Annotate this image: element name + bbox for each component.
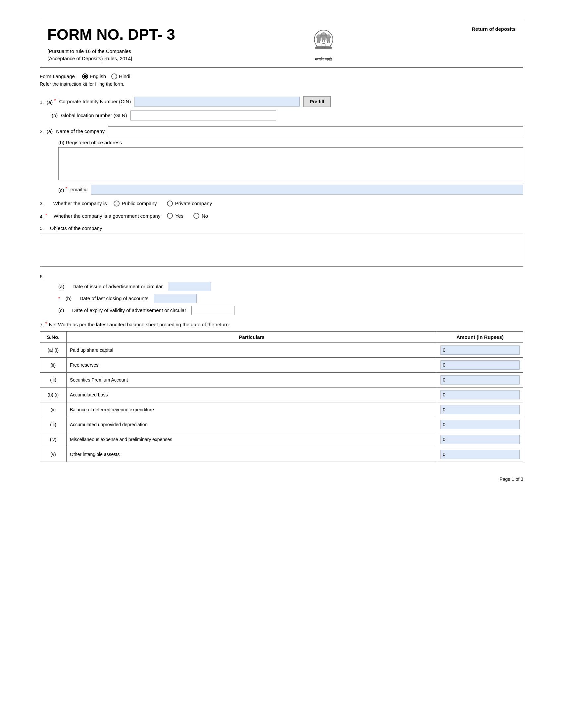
q4-num: 4. * — [40, 212, 47, 219]
q6a-row: (a) Date of issue of advertisement or ci… — [40, 282, 523, 291]
q4-label: Whether the company is a government comp… — [54, 213, 161, 219]
table-cell-particulars: Miscellaneous expense and preliminary ex… — [67, 432, 437, 447]
table-header-row: S.No. Particulars Amount (in Rupees) — [40, 331, 523, 342]
q6b-required-star: * — [58, 296, 60, 301]
form-language-row: Form Language English Hindi — [40, 73, 523, 79]
company-name-row: 2. (a) Name of the company — [40, 126, 523, 136]
svg-point-4 — [322, 32, 325, 35]
email-input[interactable] — [91, 185, 523, 195]
public-company-radio[interactable] — [114, 201, 119, 206]
q6c-row: (c) Date of expiry of validity of advert… — [40, 306, 523, 315]
q7-label: Net Worth as per the latest audited bala… — [49, 322, 230, 327]
table-cell-sno: (ii) — [40, 402, 67, 417]
gln-input[interactable] — [130, 111, 276, 120]
objects-input[interactable] — [40, 234, 523, 267]
page-footer: Page 1 of 3 — [499, 477, 523, 482]
yes-radio[interactable] — [167, 213, 173, 219]
q6b-date-input[interactable] — [154, 294, 197, 303]
table-row: (iii)Securities Premium Account — [40, 372, 523, 387]
question-7: 7. * Net Worth as per the latest audited… — [40, 321, 523, 462]
amount-input-2[interactable] — [441, 375, 520, 385]
amount-input-1[interactable] — [441, 360, 520, 370]
english-label: English — [90, 73, 106, 79]
hindi-option[interactable]: Hindi — [111, 73, 130, 79]
q6-num: 6. — [40, 274, 49, 279]
hindi-radio[interactable] — [111, 73, 117, 79]
svg-rect-12 — [317, 41, 319, 43]
table-cell-amount — [437, 402, 523, 417]
svg-point-6 — [327, 34, 330, 37]
table-cell-particulars: Balance of deferred revenue expenditure — [67, 402, 437, 417]
col-amount-header: Amount (in Rupees) — [437, 331, 523, 342]
gln-sublabel: (b) — [52, 113, 58, 118]
q7-header: 7. * Net Worth as per the latest audited… — [40, 321, 523, 328]
english-radio[interactable] — [82, 73, 88, 79]
svg-point-5 — [317, 34, 320, 37]
instruction-text: Refer the instruction kit for filing the… — [40, 81, 523, 87]
header-subtitle: [Pursuant to rule 16 of the Companies (A… — [47, 48, 175, 63]
email-row: (c) * email id — [40, 185, 523, 195]
table-cell-particulars: Accumulated Loss — [67, 387, 437, 402]
form-title: FORM NO. DPT- 3 — [47, 26, 175, 43]
return-label: Return of deposits — [472, 26, 516, 32]
table-cell-particulars: Accumulated unprovided depreciation — [67, 417, 437, 432]
amount-input-3[interactable] — [441, 390, 520, 399]
table-cell-particulars: Paid up share capital — [67, 342, 437, 357]
registered-office-block: (b) Registered office address — [58, 140, 523, 181]
q6b-text: Date of last closing of accounts — [80, 296, 149, 301]
no-option[interactable]: No — [193, 213, 208, 219]
no-radio[interactable] — [193, 213, 199, 219]
svg-rect-18 — [315, 47, 332, 49]
gln-label: Global location number (GLN) — [61, 113, 127, 118]
amount-input-6[interactable] — [441, 435, 520, 444]
table-cell-amount — [437, 342, 523, 357]
svg-rect-13 — [319, 41, 320, 43]
public-company-option[interactable]: Public company — [114, 201, 157, 206]
english-option[interactable]: English — [82, 73, 106, 79]
table-cell-particulars: Securities Premium Account — [67, 372, 437, 387]
table-cell-amount — [437, 357, 523, 372]
q6a-date-input[interactable] — [168, 282, 211, 291]
table-cell-sno: (b) (i) — [40, 387, 67, 402]
private-company-option[interactable]: Private company — [167, 201, 212, 206]
amount-input-7[interactable] — [441, 450, 520, 459]
table-cell-sno: (v) — [40, 447, 67, 462]
q6c-text: Date of expiry of validity of advertisem… — [72, 307, 186, 313]
question-2: 2. (a) Name of the company (b) Registere… — [40, 126, 523, 195]
registered-office-input[interactable] — [58, 147, 523, 180]
prefill-button[interactable]: Pre-fill — [303, 96, 331, 107]
table-cell-sno: (iii) — [40, 417, 67, 432]
table-cell-amount — [437, 447, 523, 462]
amount-input-4[interactable] — [441, 405, 520, 414]
form-language-label: Form Language — [40, 73, 75, 79]
table-cell-amount — [437, 432, 523, 447]
amount-input-0[interactable] — [441, 345, 520, 355]
q6c-date-input[interactable] — [191, 306, 234, 315]
col-particulars-header: Particulars — [67, 331, 437, 342]
svg-point-16 — [322, 43, 325, 47]
table-cell-sno: (ii) — [40, 357, 67, 372]
yes-option[interactable]: Yes — [167, 213, 183, 219]
amount-input-5[interactable] — [441, 420, 520, 429]
no-label: No — [202, 213, 208, 219]
question-6: 6. (a) Date of issue of advertisement or… — [40, 274, 523, 315]
header-emblem: सत्यमेव जयते — [309, 26, 339, 62]
cin-number-label: 1. (a) * — [40, 98, 56, 105]
table-row: (iv)Miscellaneous expense and preliminar… — [40, 432, 523, 447]
email-required-star: * — [66, 186, 67, 191]
table-cell-amount — [437, 387, 523, 402]
net-worth-tbody: (a) (i)Paid up share capital(ii)Free res… — [40, 342, 523, 462]
company-name-label: Name of the company — [56, 128, 105, 134]
q6c-sublabel: (c) — [58, 307, 67, 313]
table-cell-amount — [437, 417, 523, 432]
svg-rect-11 — [324, 40, 325, 42]
cin-required-star: * — [54, 98, 56, 103]
q4-required-star: * — [45, 212, 47, 217]
private-company-radio[interactable] — [167, 201, 173, 206]
question-1: 1. (a) * Corporate Identity Number (CIN)… — [40, 96, 523, 120]
cin-input[interactable] — [134, 97, 300, 107]
company-name-input[interactable] — [108, 126, 523, 136]
cin-label: Corporate Identity Number (CIN) — [59, 99, 131, 104]
private-company-label: Private company — [175, 201, 212, 206]
table-row: (v)Other intangible assests — [40, 447, 523, 462]
